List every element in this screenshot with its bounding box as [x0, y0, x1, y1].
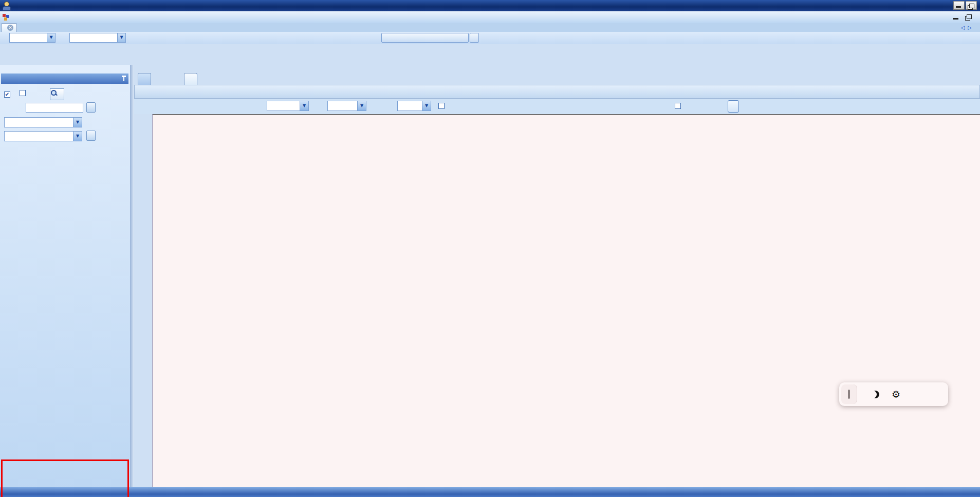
chevron-down-icon[interactable]: ▼	[357, 101, 366, 111]
document-tab-bar: ✕ ◁▷	[0, 23, 980, 32]
order-date-filter	[438, 102, 445, 109]
order-date-checkbox[interactable]	[438, 103, 445, 109]
mdi-minimize-icon[interactable]	[953, 18, 958, 20]
operator-icon	[2, 1, 10, 10]
date-from-picker[interactable]: ▼	[4, 117, 82, 127]
search-button[interactable]	[50, 88, 64, 100]
search-icon	[50, 89, 57, 96]
status-select[interactable]: ▼	[267, 101, 309, 111]
menu-bar	[0, 11, 980, 24]
tab-patient-browse[interactable]	[138, 73, 151, 85]
minimize-button[interactable]	[953, 1, 965, 10]
title-bar	[0, 0, 980, 11]
ward-select[interactable]: ▼	[9, 33, 56, 43]
chevron-down-icon[interactable]: ▼	[47, 33, 55, 42]
mdi-restore-icon[interactable]	[967, 14, 972, 19]
chevron-down-icon[interactable]: ▼	[422, 101, 431, 111]
tab-close-icon[interactable]: ✕	[7, 25, 13, 31]
orders-table-header	[153, 114, 980, 128]
chevron-down-icon[interactable]: ▼	[73, 118, 82, 127]
ime-toolbar: ⚙	[839, 382, 948, 406]
order-filter-row: ▼ ▼ ▼	[134, 99, 980, 114]
ime-settings-gear-icon[interactable]: ⚙	[892, 389, 900, 400]
search-input[interactable]	[26, 103, 83, 113]
pin-icon[interactable]	[123, 77, 124, 81]
glucose-button[interactable]	[728, 100, 739, 113]
chevron-down-icon[interactable]: ▼	[117, 33, 125, 42]
transfer-checkbox[interactable]	[20, 90, 26, 96]
order-toolbar	[134, 85, 980, 99]
ward-filter-bar: ▼ ▼	[0, 32, 980, 44]
tab-inpatients[interactable]: ✕	[1, 23, 17, 32]
auto-refresh-checkbox[interactable]	[675, 103, 681, 109]
type-select[interactable]: ▼	[327, 101, 366, 111]
patient-list-panel: ✔ ▼ ▼	[0, 65, 131, 487]
contact-highlight-box	[1, 459, 129, 497]
restore-button[interactable]	[966, 1, 977, 10]
bed-filter-select[interactable]: ▼	[69, 33, 126, 43]
chevron-down-icon[interactable]: ▼	[73, 132, 82, 141]
tab-order-management[interactable]	[184, 73, 197, 85]
date-query-button[interactable]	[86, 131, 96, 141]
ime-halfwidth-moon-icon[interactable]	[872, 391, 879, 398]
discharge-checkbox[interactable]: ✔	[4, 91, 10, 98]
search-query-button[interactable]	[86, 102, 96, 113]
app-icon	[3, 14, 9, 21]
orders-table	[152, 114, 980, 487]
bottom-status-bar	[0, 487, 980, 497]
exec-status-select[interactable]: ▼	[397, 101, 431, 111]
chevron-down-icon[interactable]: ▼	[300, 101, 308, 111]
auto-refresh-filter	[675, 102, 681, 109]
list-filter-row: ✔	[4, 88, 64, 100]
balance-more-button[interactable]	[470, 33, 479, 43]
ime-cursor-icon[interactable]	[841, 384, 857, 404]
date-to-picker[interactable]: ▼	[4, 131, 82, 141]
patient-summary-bar	[0, 44, 980, 65]
tab-scroll-arrows[interactable]: ◁▷	[961, 25, 975, 30]
balance-filter-button[interactable]	[381, 33, 469, 43]
patient-list-header	[1, 73, 128, 84]
panel-splitter[interactable]	[130, 65, 134, 487]
